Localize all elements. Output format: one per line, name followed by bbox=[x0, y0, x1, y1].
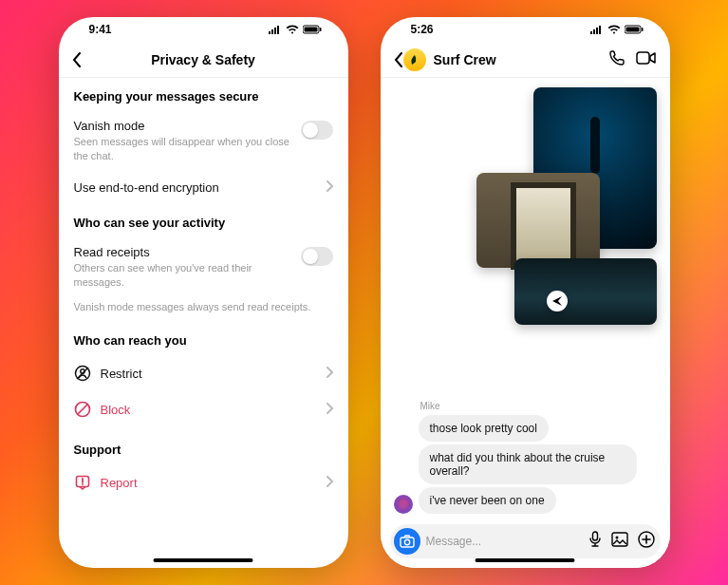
chevron-left-icon bbox=[72, 52, 82, 67]
photo-cabin[interactable] bbox=[476, 173, 600, 268]
svg-rect-18 bbox=[599, 26, 601, 34]
composer-input[interactable]: Message... bbox=[426, 535, 583, 548]
svg-line-11 bbox=[78, 405, 87, 414]
message-bubble[interactable]: i've never been on one bbox=[419, 487, 556, 514]
svg-rect-5 bbox=[304, 28, 317, 32]
row-restrict[interactable]: Restrict bbox=[74, 355, 333, 391]
receipts-toggle[interactable] bbox=[301, 247, 333, 266]
status-bar: 9:41 bbox=[59, 17, 348, 42]
row-report[interactable]: Report bbox=[74, 464, 333, 500]
svg-point-14 bbox=[82, 483, 84, 485]
sender-name: Mike bbox=[420, 401, 657, 411]
back-button[interactable] bbox=[394, 52, 403, 67]
svg-rect-15 bbox=[590, 31, 592, 34]
gallery-button[interactable] bbox=[611, 532, 628, 551]
clock: 9:41 bbox=[89, 23, 112, 36]
message-composer[interactable]: Message... bbox=[390, 524, 661, 558]
row-e2e[interactable]: Use end-to-end encryption bbox=[74, 171, 333, 204]
svg-rect-23 bbox=[401, 538, 414, 547]
e2e-label: Use end-to-end encryption bbox=[74, 180, 219, 195]
row-vanish-mode[interactable]: Vanish mode Seen messages will disappear… bbox=[74, 111, 333, 171]
camera-icon bbox=[400, 535, 415, 548]
status-icons bbox=[590, 25, 644, 34]
svg-rect-2 bbox=[274, 28, 276, 34]
photo-collage[interactable] bbox=[476, 87, 657, 325]
chevron-right-icon bbox=[326, 180, 333, 195]
svg-rect-0 bbox=[269, 31, 271, 34]
chevron-right-icon bbox=[326, 367, 333, 381]
wifi-icon bbox=[286, 25, 299, 34]
chevron-right-icon bbox=[326, 476, 333, 490]
phone-chat: 5:26 Surf Crew bbox=[381, 17, 670, 568]
status-icons bbox=[269, 25, 322, 34]
home-indicator[interactable] bbox=[476, 558, 575, 562]
image-icon bbox=[611, 532, 628, 547]
chevron-left-icon bbox=[394, 52, 403, 67]
report-icon bbox=[74, 474, 91, 491]
svg-rect-22 bbox=[637, 52, 649, 64]
status-bar: 5:26 bbox=[381, 17, 670, 42]
send-icon bbox=[551, 295, 563, 307]
message-thread: Mike those look pretty cool what did you… bbox=[381, 397, 670, 524]
video-icon bbox=[636, 50, 657, 66]
svg-rect-3 bbox=[277, 26, 279, 34]
mic-icon bbox=[588, 531, 602, 548]
phone-icon bbox=[607, 48, 626, 67]
battery-icon bbox=[303, 25, 322, 34]
svg-point-27 bbox=[615, 537, 618, 539]
signal-icon bbox=[269, 25, 282, 34]
block-label: Block bbox=[101, 403, 131, 417]
home-indicator[interactable] bbox=[154, 558, 253, 562]
receipts-sub: Others can see when you've read their me… bbox=[74, 261, 301, 290]
vanish-title: Vanish mode bbox=[74, 119, 301, 133]
chat-avatar[interactable] bbox=[403, 48, 426, 71]
svg-rect-16 bbox=[593, 29, 595, 34]
svg-rect-1 bbox=[271, 29, 273, 34]
section-heading-activity: Who can see your activity bbox=[74, 216, 333, 230]
plus-circle-icon bbox=[638, 531, 655, 548]
section-heading-reach: Who can reach you bbox=[74, 333, 333, 348]
back-button[interactable] bbox=[72, 52, 82, 67]
forward-button[interactable] bbox=[547, 291, 568, 311]
block-icon bbox=[74, 401, 91, 418]
report-label: Report bbox=[101, 476, 138, 490]
row-block[interactable]: Block bbox=[74, 391, 333, 427]
svg-rect-20 bbox=[625, 28, 639, 32]
message-bubble[interactable]: what did you think about the cruise over… bbox=[419, 444, 637, 484]
chat-title[interactable]: Surf Crew bbox=[434, 52, 496, 67]
video-call-button[interactable] bbox=[636, 50, 657, 69]
svg-rect-17 bbox=[596, 28, 598, 34]
svg-rect-25 bbox=[592, 532, 597, 540]
svg-rect-21 bbox=[642, 28, 644, 31]
row-read-receipts[interactable]: Read receipts Others can see when you've… bbox=[74, 237, 333, 297]
photo-pool[interactable] bbox=[514, 258, 657, 325]
audio-call-button[interactable] bbox=[607, 48, 626, 71]
restrict-label: Restrict bbox=[101, 367, 142, 381]
vanish-toggle[interactable] bbox=[301, 121, 333, 140]
surf-avatar-icon bbox=[408, 53, 421, 66]
battery-icon bbox=[625, 25, 644, 34]
vanish-sub: Seen messages will disappear when you cl… bbox=[74, 135, 301, 163]
camera-button[interactable] bbox=[394, 528, 420, 555]
svg-point-24 bbox=[404, 539, 409, 544]
section-heading-secure: Keeping your messages secure bbox=[74, 89, 333, 104]
sender-avatar[interactable] bbox=[394, 495, 413, 514]
chevron-right-icon bbox=[326, 403, 333, 417]
section-heading-support: Support bbox=[74, 443, 333, 457]
page-title: Privacy & Safety bbox=[82, 52, 326, 67]
clock: 5:26 bbox=[411, 23, 434, 36]
receipts-title: Read receipts bbox=[74, 245, 301, 259]
settings-navbar: Privacy & Safety bbox=[59, 42, 348, 78]
receipts-note: Vanish mode messages always send read re… bbox=[74, 300, 333, 314]
add-button[interactable] bbox=[638, 531, 655, 552]
message-bubble[interactable]: those look pretty cool bbox=[419, 415, 549, 442]
voice-button[interactable] bbox=[588, 531, 602, 552]
settings-content: Keeping your messages secure Vanish mode… bbox=[59, 78, 348, 568]
svg-rect-6 bbox=[320, 28, 322, 31]
phone-settings: 9:41 Privacy & Safety Keeping your messa… bbox=[59, 17, 348, 568]
chat-navbar: Surf Crew bbox=[381, 42, 670, 78]
restrict-icon bbox=[74, 365, 91, 382]
chat-body[interactable]: Mike those look pretty cool what did you… bbox=[381, 78, 670, 568]
signal-icon bbox=[590, 25, 604, 34]
wifi-icon bbox=[607, 25, 621, 34]
